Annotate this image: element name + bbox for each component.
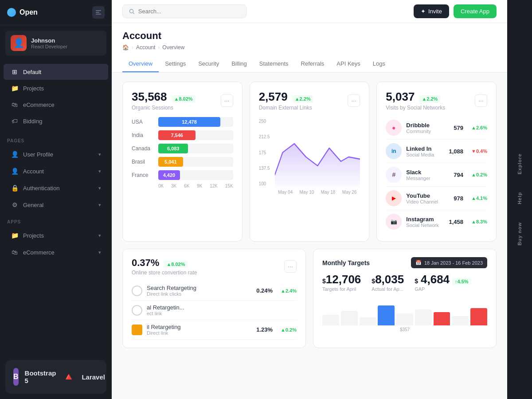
domain-links-header: 2,579 ▲2.2% Domain External Links ··· bbox=[259, 90, 360, 111]
gap-label: GAP bbox=[415, 286, 471, 292]
x-axis-labels: May 04 May 10 May 18 May 26 bbox=[259, 190, 360, 195]
svg-point-3 bbox=[129, 9, 133, 12]
domain-links-change: ▲2.2% bbox=[292, 95, 313, 102]
page-header: Account 🏠 › Account › Overview bbox=[112, 23, 507, 56]
chevron-down-icon: ▾ bbox=[98, 233, 101, 239]
sidebar-item-user-profile[interactable]: 👤 User Profile ▾ bbox=[4, 146, 108, 162]
domain-links-more-button[interactable]: ··· bbox=[348, 94, 360, 107]
domain-links-label: Domain External Links bbox=[259, 105, 313, 111]
conv-header: 0.37% ▲8.02% Online store convertion rat… bbox=[132, 257, 297, 276]
search-icon bbox=[129, 8, 135, 15]
buy-now-tab[interactable]: Buy now bbox=[513, 215, 526, 253]
pages-section-label: PAGES bbox=[0, 132, 112, 146]
date-badge: 📅 18 Jan 2023 - 16 Feb 2023 bbox=[411, 257, 487, 268]
tab-billing[interactable]: Billing bbox=[225, 56, 253, 72]
social-item-slack: # Slack Messanger 794 ▲0.2% bbox=[386, 163, 487, 187]
dribbble-logo: ● bbox=[386, 120, 402, 136]
retargeting-list: Search Retargeting Direct link clicks 0.… bbox=[132, 281, 297, 340]
user-info: Johnson React Developer bbox=[31, 37, 67, 49]
app-ecommerce-icon: 🛍 bbox=[11, 248, 19, 256]
explore-tab[interactable]: Explore bbox=[513, 146, 526, 181]
general-icon: ⚙ bbox=[11, 201, 19, 209]
app-logo: Open bbox=[7, 8, 38, 17]
content-area: 35,568 ▲8.02% Organic Sessions ··· USA 1… bbox=[112, 73, 507, 399]
targets-row: $ 12,706 Targets for April $ 8,035 Actua… bbox=[322, 273, 487, 292]
account-icon: 👤 bbox=[11, 167, 19, 175]
grid-icon: ⊞ bbox=[11, 68, 19, 76]
projects-icon: 📁 bbox=[11, 84, 19, 92]
sidebar-item-general[interactable]: ⚙ General ▾ bbox=[4, 197, 108, 213]
search-box[interactable] bbox=[122, 4, 246, 18]
sessions-header: 35,568 ▲8.02% Organic Sessions ··· bbox=[132, 90, 233, 111]
bar-row-india: India 7,546 bbox=[132, 130, 233, 140]
create-app-button[interactable]: Create App bbox=[454, 4, 497, 18]
breadcrumb-account: Account bbox=[136, 44, 155, 51]
chevron-down-icon: ▾ bbox=[98, 202, 101, 208]
sidebar-toggle-button[interactable] bbox=[92, 6, 105, 19]
social-item-linkedin: in Linked In Social Media 1,088 ▼0.4% bbox=[386, 140, 487, 163]
retargeting-item-search: Search Retargeting Direct link clicks 0.… bbox=[132, 281, 297, 301]
actual-label: Actual for Ap... bbox=[372, 286, 404, 292]
auth-icon: 🔒 bbox=[11, 184, 19, 192]
breadcrumb: 🏠 › Account › Overview bbox=[122, 44, 497, 51]
sidebar-item-default[interactable]: ⊞ Default bbox=[4, 64, 108, 80]
instagram-logo: 📷 bbox=[386, 214, 402, 230]
slack-logo: # bbox=[386, 167, 402, 183]
tab-security[interactable]: Security bbox=[192, 56, 225, 72]
mail-icon bbox=[132, 325, 142, 335]
sidebar-app-projects[interactable]: 📁 Projects ▾ bbox=[4, 227, 108, 243]
right-panel: Explore Help Buy now bbox=[507, 0, 532, 399]
main-content: ✦ Invite Create App Account 🏠 › Account … bbox=[112, 0, 507, 399]
chevron-down-icon: ▾ bbox=[98, 168, 101, 174]
sessions-more-button[interactable]: ··· bbox=[221, 94, 233, 107]
tab-logs[interactable]: Logs bbox=[367, 56, 391, 72]
tab-settings[interactable]: Settings bbox=[159, 56, 192, 72]
sidebar: Open 👤 Johnson React Developer ⊞ Default… bbox=[0, 0, 112, 399]
youtube-logo: ▶ bbox=[386, 190, 402, 206]
sessions-card: 35,568 ▲8.02% Organic Sessions ··· USA 1… bbox=[122, 82, 243, 242]
sessions-change: ▲8.02% bbox=[172, 95, 196, 102]
chevron-down-icon: ▾ bbox=[98, 185, 101, 191]
conv-more-button[interactable]: ··· bbox=[284, 260, 297, 273]
help-tab[interactable]: Help bbox=[513, 185, 526, 211]
retargeting-item-al: al Retargetin... ect link bbox=[132, 301, 297, 320]
bootstrap-icon: B bbox=[13, 368, 19, 386]
domain-links-value: 2,579 bbox=[259, 90, 288, 104]
conv-rate: 0.37% bbox=[132, 257, 159, 269]
conv-label: Online store convertion rate bbox=[132, 270, 197, 276]
chevron-down-icon: ▾ bbox=[98, 250, 101, 255]
ecommerce-icon: 🛍 bbox=[11, 101, 19, 109]
sidebar-item-authentication[interactable]: 🔒 Authentication ▾ bbox=[4, 180, 108, 196]
social-item-dribbble: ● Dribbble Community 579 ▲2.6% bbox=[386, 116, 487, 140]
sidebar-app-ecommerce[interactable]: 🛍 eCommerce ▾ bbox=[4, 244, 108, 260]
tab-api-keys[interactable]: API Keys bbox=[330, 56, 366, 72]
app-name: Open bbox=[20, 8, 38, 16]
topbar: ✦ Invite Create App bbox=[112, 0, 507, 23]
social-value: 5,037 bbox=[386, 90, 415, 104]
sidebar-item-bidding[interactable]: 🏷 Bidding bbox=[4, 113, 108, 129]
logo-dot bbox=[7, 8, 16, 17]
mini-bar-chart bbox=[322, 299, 487, 325]
target-value: 12,706 bbox=[326, 273, 361, 286]
sessions-value: 35,568 bbox=[132, 90, 167, 104]
tab-overview[interactable]: Overview bbox=[122, 56, 159, 72]
sessions-label: Organic Sessions bbox=[132, 105, 196, 111]
search-input[interactable] bbox=[138, 8, 240, 15]
sidebar-item-account[interactable]: 👤 Account ▾ bbox=[4, 163, 108, 179]
user-profile-icon: 👤 bbox=[11, 150, 19, 158]
sidebar-item-projects[interactable]: 📁 Projects bbox=[4, 80, 108, 96]
tab-statements[interactable]: Statements bbox=[253, 56, 295, 72]
social-more-button[interactable]: ··· bbox=[475, 94, 487, 107]
retargeting-item-il: il Retargeting Direct link 1.23% ▲0.2% bbox=[132, 320, 297, 340]
apps-section-label: APPS bbox=[0, 213, 112, 227]
invite-button[interactable]: ✦ Invite bbox=[414, 4, 449, 18]
avatar: 👤 bbox=[11, 35, 27, 51]
social-item-instagram: 📷 Instagram Social Network 1,458 ▲8.3% bbox=[386, 210, 487, 233]
social-list: ● Dribbble Community 579 ▲2.6% in Linked… bbox=[386, 116, 487, 233]
bar-row-brasil: Brasil 5,041 bbox=[132, 157, 233, 167]
tab-referrals[interactable]: Referrals bbox=[295, 56, 331, 72]
sidebar-item-ecommerce[interactable]: 🛍 eCommerce bbox=[4, 97, 108, 113]
stats-grid: 35,568 ▲8.02% Organic Sessions ··· USA 1… bbox=[122, 82, 497, 242]
sidebar-header: Open bbox=[0, 0, 112, 25]
linkedin-logo: in bbox=[386, 143, 402, 159]
